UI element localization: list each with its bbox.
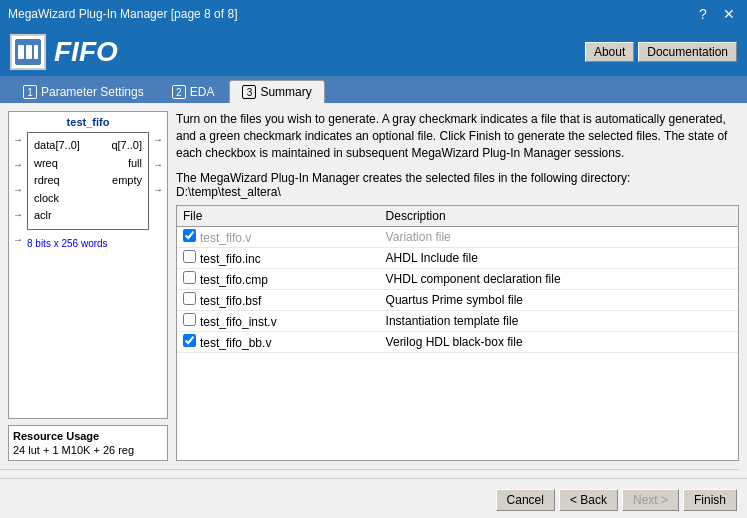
file-checkbox[interactable] xyxy=(183,271,196,284)
arrow-1: → xyxy=(13,134,23,145)
fifo-icon xyxy=(10,34,46,70)
file-desc: AHDL Include file xyxy=(380,248,738,269)
right-arrows: → → → xyxy=(153,134,163,195)
tab-label-3: Summary xyxy=(260,85,311,99)
file-checkbox[interactable] xyxy=(183,229,196,242)
file-cell: test_fifo.cmp xyxy=(177,269,380,290)
files-table-container: File Description test_fifo.vVariation fi… xyxy=(176,205,739,461)
port-row-5: aclr xyxy=(34,207,142,225)
port-empty: empty xyxy=(112,172,142,190)
file-cell: test_fifo.bsf xyxy=(177,290,380,311)
directory-text: The MegaWizard Plug-In Manager creates t… xyxy=(176,171,739,199)
resource-value: 24 lut + 1 M10K + 26 reg xyxy=(13,444,163,456)
file-name: test_fifo_bb.v xyxy=(200,336,271,350)
file-desc: Instantiation template file xyxy=(380,311,738,332)
tab-num-2: 2 xyxy=(172,85,186,99)
resource-title: Resource Usage xyxy=(13,430,163,442)
arrow-2: → xyxy=(13,159,23,170)
port-aclr: aclr xyxy=(34,207,52,225)
tab-num-3: 3 xyxy=(242,85,256,99)
bits-label-row: 8 bits x 256 words xyxy=(13,236,163,250)
tab-num-1: 1 xyxy=(23,85,37,99)
arrow-3: → xyxy=(13,184,23,195)
file-desc: Quartus Prime symbol file xyxy=(380,290,738,311)
port-full: full xyxy=(128,155,142,173)
bits-label: 8 bits x 256 words xyxy=(27,238,108,249)
next-button[interactable]: Next > xyxy=(622,489,679,511)
port-data: data[7..0] xyxy=(34,137,80,155)
directory-label: The MegaWizard Plug-In Manager creates t… xyxy=(176,171,739,185)
file-checkbox[interactable] xyxy=(183,313,196,326)
table-row: test_fifo_bb.vVerilog HDL black-box file xyxy=(177,332,738,353)
file-desc: Variation file xyxy=(380,227,738,248)
bottom-bar: Cancel < Back Next > Finish xyxy=(0,478,747,518)
file-cell: test_fifo_inst.v xyxy=(177,311,380,332)
table-row: test_fifo_inst.vInstantiation template f… xyxy=(177,311,738,332)
arrow-r3: → xyxy=(153,184,163,195)
file-name: test_fifo_inst.v xyxy=(200,315,277,329)
tab-label-1: Parameter Settings xyxy=(41,85,144,99)
tab-eda[interactable]: 2 EDA xyxy=(159,80,228,103)
file-name: test_fifo.bsf xyxy=(200,294,261,308)
component-box: test_fifo → → → → → → → → d xyxy=(8,111,168,419)
tab-summary[interactable]: 3 Summary xyxy=(229,80,324,103)
tabs-bar: 1 Parameter Settings 2 EDA 3 Summary xyxy=(0,76,747,103)
file-desc: VHDL component declaration file xyxy=(380,269,738,290)
tab-parameter-settings[interactable]: 1 Parameter Settings xyxy=(10,80,157,103)
col-file-header: File xyxy=(177,206,380,227)
directory-path: D:\temp\test_altera\ xyxy=(176,185,739,199)
files-table: File Description test_fifo.vVariation fi… xyxy=(177,206,738,353)
col-desc-header: Description xyxy=(380,206,738,227)
arrow-4: → xyxy=(13,209,23,220)
table-row: test_fifo.vVariation file xyxy=(177,227,738,248)
file-checkbox[interactable] xyxy=(183,334,196,347)
header-buttons: About Documentation xyxy=(585,42,737,62)
file-cell: test_fifo_bb.v xyxy=(177,332,380,353)
close-button[interactable]: ✕ xyxy=(719,4,739,24)
file-name: test_fifo.cmp xyxy=(200,273,268,287)
file-cell: test_fifo.inc xyxy=(177,248,380,269)
port-row-1: data[7..0] q[7..0] xyxy=(34,137,142,155)
file-checkbox[interactable] xyxy=(183,250,196,263)
right-panel: Turn on the files you wish to generate. … xyxy=(176,111,739,461)
left-panel: test_fifo → → → → → → → → d xyxy=(8,111,168,461)
component-diagram: data[7..0] q[7..0] wreq full rdreq empty… xyxy=(27,132,149,230)
table-row: test_fifo.cmpVHDL component declaration … xyxy=(177,269,738,290)
port-clock: clock xyxy=(34,190,59,208)
titlebar: MegaWizard Plug-In Manager [page 8 of 8]… xyxy=(0,0,747,28)
desc-line3: subsequent MegaWizard Plug-In Manager se… xyxy=(346,146,624,160)
left-arrows: → → → → → xyxy=(13,134,23,245)
fifo-text: FIFO xyxy=(54,36,118,68)
file-name: test_fifo.v xyxy=(200,231,251,245)
port-q: q[7..0] xyxy=(111,137,142,155)
port-row-4: clock xyxy=(34,190,142,208)
arrow-r1: → xyxy=(153,134,163,145)
svg-rect-2 xyxy=(26,45,32,59)
port-wreq: wreq xyxy=(34,155,58,173)
finish-button[interactable]: Finish xyxy=(683,489,737,511)
resource-box: Resource Usage 24 lut + 1 M10K + 26 reg xyxy=(8,425,168,461)
tab-label-2: EDA xyxy=(190,85,215,99)
table-row: test_fifo.incAHDL Include file xyxy=(177,248,738,269)
arrow-r2: → xyxy=(153,159,163,170)
component-title: test_fifo xyxy=(13,116,163,128)
documentation-button[interactable]: Documentation xyxy=(638,42,737,62)
svg-rect-3 xyxy=(34,45,38,59)
titlebar-controls: ? ✕ xyxy=(693,4,739,24)
separator xyxy=(0,469,739,478)
back-button[interactable]: < Back xyxy=(559,489,618,511)
fifo-logo: FIFO xyxy=(10,34,118,70)
file-cell: test_fifo.v xyxy=(177,227,380,248)
about-button[interactable]: About xyxy=(585,42,634,62)
file-desc: Verilog HDL black-box file xyxy=(380,332,738,353)
main-content: test_fifo → → → → → → → → d xyxy=(0,103,747,469)
port-row-3: rdreq empty xyxy=(34,172,142,190)
cancel-button[interactable]: Cancel xyxy=(496,489,555,511)
titlebar-title: MegaWizard Plug-In Manager [page 8 of 8] xyxy=(8,7,237,21)
help-button[interactable]: ? xyxy=(693,4,713,24)
file-name: test_fifo.inc xyxy=(200,252,261,266)
file-checkbox[interactable] xyxy=(183,292,196,305)
arrow-5: → xyxy=(13,234,23,245)
svg-rect-1 xyxy=(18,45,24,59)
description-text: Turn on the files you wish to generate. … xyxy=(176,111,739,161)
